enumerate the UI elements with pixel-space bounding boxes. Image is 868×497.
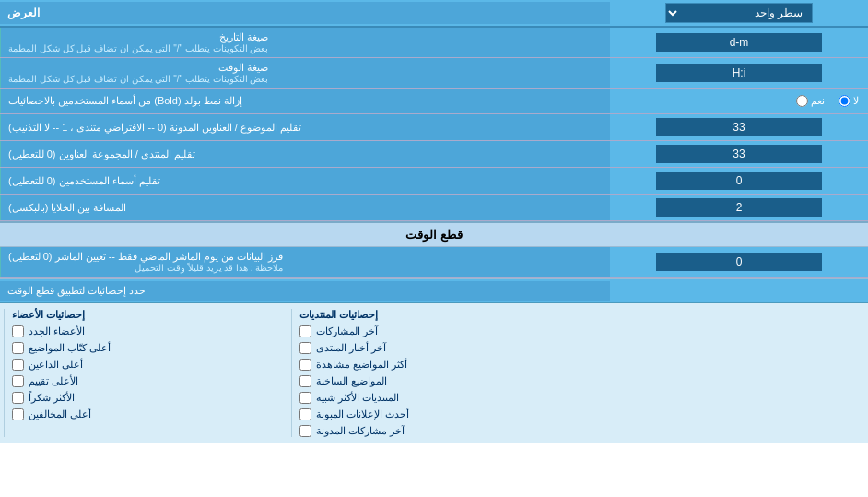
row-time-format: صيغة الوقت بعض التكوينات يتطلب "/" التي … [0, 58, 868, 89]
input-cell-spacing [610, 195, 868, 220]
label-time-cut-main: فرز البيانات من يوم الماشر الماضي فقط --… [8, 251, 283, 263]
check-last-posts[interactable] [299, 325, 311, 337]
check-top-writers[interactable] [12, 342, 24, 354]
check-latest-classifieds[interactable] [299, 408, 311, 420]
bottom-header-row: حدد إحصائيات لتطبيق قطع الوقت [0, 279, 868, 303]
radio-cell-bold: نعم لا [610, 89, 868, 113]
checkbox-latest-classifieds[interactable]: أحدث الإعلانات المبوبة [299, 408, 571, 420]
label-top-violators: أعلى المخالفين [29, 408, 91, 420]
checkbox-column-empty [578, 309, 864, 437]
check-top-inviters[interactable] [12, 359, 24, 371]
bottom-checkboxes-area: إحصائيات الأعضاء الأعضاء الجدد أعلى كتّا… [0, 303, 868, 443]
section-time-cut-title: قطع الوقت [405, 228, 463, 242]
label-forum-address: تقليم المنتدى / المجموعة العناوين (0 للت… [0, 141, 610, 167]
label-bold-remove-text: إزالة نمط بولد (Bold) من أسماء المستخدمي… [8, 95, 242, 107]
checkbox-last-news[interactable]: آخر أخبار المنتدى [299, 342, 571, 354]
label-last-blog-posts: آخر مشاركات المدونة [316, 425, 405, 437]
radio-no-label: لا [853, 95, 859, 107]
section-time-cut-header: قطع الوقت [0, 221, 868, 247]
input-cell-forum [610, 141, 868, 167]
row-date-format: صيغة التاريخ بعض التكوينات يتطلب "/" الت… [0, 28, 868, 58]
label-cell-spacing: المسافة بين الخلايا (بالبكسل) [0, 195, 610, 220]
radio-no-input[interactable] [839, 95, 850, 107]
cell-spacing-input[interactable] [656, 198, 822, 217]
bottom-header-label-text: حدد إحصائيات لتطبيق قطع الوقت [7, 285, 146, 297]
usernames-trim-input[interactable] [656, 172, 822, 190]
row-time-cut: فرز البيانات من يوم الماشر الماضي فقط --… [0, 247, 868, 278]
col-members-title: إحصائيات الأعضاء [12, 309, 284, 321]
label-top-writers: أعلى كتّاب المواضيع [29, 342, 111, 354]
bottom-section: حدد إحصائيات لتطبيق قطع الوقت إحصائيات ا… [0, 278, 868, 443]
label-date-format-sub: بعض التكوينات يتطلب "/" التي يمكن ان تضا… [8, 43, 268, 53]
main-container: العرض سطر واحد سطرين ثلاثة أسطر صيغة الت… [0, 0, 868, 443]
col-forums-title-text: إحصائيات المنتديات [299, 309, 378, 321]
label-subject-address: تقليم الموضوع / العناوين المدونة (0 -- ا… [0, 114, 610, 140]
header-label-text: العرض [7, 6, 40, 19]
check-most-similar-forums[interactable] [299, 392, 311, 404]
label-date-format: صيغة التاريخ بعض التكوينات يتطلب "/" الت… [0, 28, 610, 57]
label-new-members: الأعضاء الجدد [29, 325, 85, 337]
input-cell-subject [610, 114, 868, 140]
label-subject-address-text: تقليم الموضوع / العناوين المدونة (0 -- ا… [8, 122, 301, 134]
checkbox-hot-topics[interactable]: المواضيع الساخنة [299, 375, 571, 387]
label-latest-classifieds: أحدث الإعلانات المبوبة [316, 408, 409, 420]
input-cell-date-format [610, 28, 868, 57]
col-forums-title: إحصائيات المنتديات [299, 309, 571, 321]
row-bold-remove: إزالة نمط بولد (Bold) من أسماء المستخدمي… [0, 89, 868, 114]
label-bold-remove: إزالة نمط بولد (Bold) من أسماء المستخدمي… [0, 89, 610, 113]
radio-option-yes[interactable]: نعم [796, 95, 825, 107]
time-format-input[interactable] [656, 64, 822, 82]
checkbox-column-forums: إحصائيات المنتديات آخر المشاركات آخر أخب… [291, 309, 579, 437]
forum-address-input[interactable] [656, 145, 822, 163]
row-usernames-trim: تقليم أسماء المستخدمين (0 للتعطيل) [0, 168, 868, 195]
checkbox-last-blog-posts[interactable]: آخر مشاركات المدونة [299, 425, 571, 437]
header-control: سطر واحد سطرين ثلاثة أسطر [610, 0, 868, 26]
label-time-cut: فرز البيانات من يوم الماشر الماضي فقط --… [0, 247, 610, 277]
checkbox-top-inviters[interactable]: أعلى الداعين [12, 359, 284, 371]
check-highest-rating[interactable] [12, 375, 24, 387]
label-date-format-main: صيغة التاريخ [8, 31, 268, 43]
display-select[interactable]: سطر واحد سطرين ثلاثة أسطر [665, 3, 813, 23]
checkbox-new-members[interactable]: الأعضاء الجدد [12, 325, 284, 337]
label-cell-spacing-text: المسافة بين الخلايا (بالبكسل) [8, 202, 127, 214]
check-hot-topics[interactable] [299, 375, 311, 387]
label-time-format: صيغة الوقت بعض التكوينات يتطلب "/" التي … [0, 58, 610, 88]
col-members-title-text: إحصائيات الأعضاء [12, 309, 85, 321]
checkbox-most-viewed[interactable]: أكثر المواضيع مشاهدة [299, 359, 571, 371]
label-time-cut-sub: ملاحظة : هذا قد يزيد قليلاً وقت التحميل [8, 263, 283, 273]
label-time-format-main: صيغة الوقت [8, 62, 268, 74]
radio-yes-input[interactable] [796, 95, 808, 107]
label-usernames-trim: تقليم أسماء المستخدمين (0 للتعطيل) [0, 168, 610, 194]
checkbox-most-similar-forums[interactable]: المنتديات الأكثر شبية [299, 392, 571, 404]
check-last-blog-posts[interactable] [299, 425, 311, 437]
date-format-input[interactable] [656, 33, 822, 52]
check-last-news[interactable] [299, 342, 311, 354]
checkbox-column-members: إحصائيات الأعضاء الأعضاء الجدد أعلى كتّا… [4, 309, 291, 437]
checkbox-highest-rating[interactable]: الأعلى تقييم [12, 375, 284, 387]
bottom-header-label: حدد إحصائيات لتطبيق قطع الوقت [0, 281, 610, 301]
check-new-members[interactable] [12, 325, 24, 337]
subject-address-input[interactable] [656, 118, 822, 136]
check-top-violators[interactable] [12, 408, 24, 420]
header-row: العرض سطر واحد سطرين ثلاثة أسطر [0, 0, 868, 28]
checkbox-last-posts[interactable]: آخر المشاركات [299, 325, 571, 337]
check-most-thanks[interactable] [12, 392, 24, 404]
check-most-viewed[interactable] [299, 359, 311, 371]
radio-option-no[interactable]: لا [839, 95, 859, 107]
input-cell-time-format [610, 58, 868, 88]
label-hot-topics: المواضيع الساخنة [316, 375, 387, 387]
input-cell-time-cut [610, 247, 868, 277]
input-cell-usernames [610, 168, 868, 194]
label-most-viewed: أكثر المواضيع مشاهدة [316, 359, 407, 371]
radio-yes-label: نعم [811, 95, 825, 107]
row-forum-address: تقليم المنتدى / المجموعة العناوين (0 للت… [0, 141, 868, 168]
time-cut-input[interactable] [656, 253, 822, 271]
checkbox-most-thanks[interactable]: الأكثر شكراً [12, 392, 284, 404]
checkbox-top-violators[interactable]: أعلى المخالفين [12, 408, 284, 420]
label-time-format-sub: بعض التكوينات يتطلب "/" التي يمكن ان تضا… [8, 74, 268, 84]
header-label: العرض [0, 2, 610, 24]
label-top-inviters: أعلى الداعين [29, 359, 83, 371]
row-subject-address: تقليم الموضوع / العناوين المدونة (0 -- ا… [0, 114, 868, 141]
checkbox-top-writers[interactable]: أعلى كتّاب المواضيع [12, 342, 284, 354]
label-forum-address-text: تقليم المنتدى / المجموعة العناوين (0 للت… [8, 148, 195, 160]
